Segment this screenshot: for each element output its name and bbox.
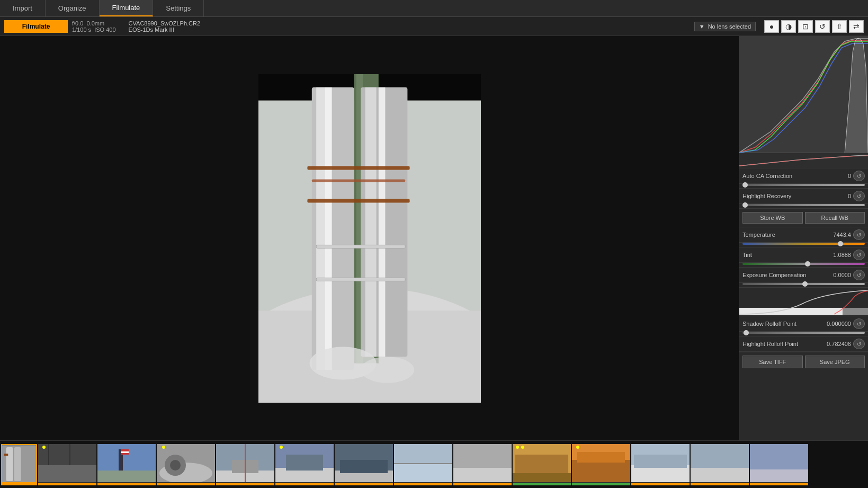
- save-jpeg-button[interactable]: Save JPEG: [805, 356, 865, 368]
- thumb-3-bar: [157, 483, 215, 485]
- highlight-rolloff-reset[interactable]: ↺: [853, 339, 865, 349]
- shadow-rolloff-thumb[interactable]: [744, 330, 749, 335]
- tab-organize[interactable]: Organize: [46, 0, 100, 16]
- shadow-rolloff-slider-row: [739, 332, 868, 336]
- highlight-recovery-slider-row: [739, 204, 868, 209]
- shadow-rolloff-reset[interactable]: ↺: [853, 318, 865, 329]
- svg-rect-9: [365, 87, 376, 356]
- filmstrip-thumb-10[interactable]: [572, 444, 630, 485]
- temperature-value[interactable]: 7443.4: [824, 232, 851, 238]
- temperature-row: Temperature 7443.4 ↺: [739, 227, 868, 243]
- tone-curve-svg: [739, 288, 868, 316]
- svg-rect-58: [513, 473, 571, 482]
- svg-rect-53: [394, 463, 452, 464]
- svg-rect-26: [4, 454, 8, 456]
- thumb-0-svg: [2, 445, 36, 483]
- histogram-canvas: [739, 36, 868, 153]
- highlight-recovery-thumb[interactable]: [742, 202, 748, 208]
- filmstrip-thumb-7[interactable]: [394, 444, 452, 485]
- thumb-13-svg: [750, 444, 808, 482]
- tab-import[interactable]: Import: [0, 0, 46, 16]
- tab-settings[interactable]: Settings: [153, 0, 204, 16]
- tint-value[interactable]: 1.0888: [824, 252, 851, 258]
- tint-slider-row: [739, 263, 868, 268]
- temperature-slider[interactable]: [742, 243, 865, 245]
- temperature-thumb[interactable]: [838, 241, 843, 246]
- svg-point-17: [361, 357, 414, 383]
- auto-ca-reset[interactable]: ↺: [853, 171, 865, 181]
- thumb-5-svg: [275, 444, 334, 482]
- filmulate-button[interactable]: Filmulate: [4, 20, 68, 33]
- exposure-reset[interactable]: ↺: [853, 270, 865, 280]
- filmstrip-thumb-5[interactable]: [275, 444, 334, 485]
- svg-rect-6: [316, 87, 325, 369]
- temperature-reset[interactable]: ↺: [853, 229, 865, 240]
- svg-rect-11: [307, 166, 409, 170]
- svg-rect-36: [121, 453, 129, 455]
- highlight-recovery-slider[interactable]: [742, 204, 865, 206]
- exposure-value[interactable]: 0.0000: [824, 272, 851, 278]
- tint-slider[interactable]: [742, 263, 865, 265]
- tint-label: Tint: [742, 252, 821, 258]
- filmstrip-thumb-13[interactable]: [750, 444, 808, 485]
- filmstrip-thumb-9[interactable]: [513, 444, 571, 485]
- highlight-rolloff-value[interactable]: 0.782406: [824, 341, 851, 347]
- svg-rect-50: [340, 460, 388, 473]
- thumb-1-svg: [38, 444, 96, 482]
- exposure-thumb[interactable]: [802, 281, 808, 287]
- filmstrip-thumb-3[interactable]: [157, 444, 215, 485]
- thumb-3-dot: [162, 446, 165, 449]
- highlight-recovery-value[interactable]: 0: [824, 193, 851, 199]
- filmstrip-thumb-12[interactable]: [691, 444, 749, 485]
- photo-image: [258, 74, 481, 403]
- store-wb-button[interactable]: Store WB: [742, 212, 803, 224]
- highlight-recovery-label: Highlight Recovery: [742, 193, 821, 199]
- auto-ca-value[interactable]: 0: [824, 173, 851, 179]
- filmstrip-thumb-0[interactable]: [1, 444, 37, 485]
- shutter-iso: 1/100 s ISO 400: [72, 26, 116, 33]
- rotate-right-button[interactable]: ⇧: [832, 20, 847, 33]
- svg-rect-28: [38, 465, 96, 482]
- filmstrip-thumb-4[interactable]: [216, 444, 274, 485]
- thumb-10-bar: [572, 483, 630, 485]
- camera-model: EOS-1Ds Mark III: [129, 26, 201, 33]
- thumb-4-bar: [216, 483, 274, 485]
- auto-ca-thumb[interactable]: [742, 182, 748, 188]
- thumb-0-bar: [2, 482, 36, 484]
- highlight-rolloff-label: Highlight Rolloff Point: [742, 341, 821, 347]
- auto-ca-label: Auto CA Correction: [742, 173, 821, 179]
- filmstrip-thumb-11[interactable]: [631, 444, 690, 485]
- svg-rect-57: [515, 455, 568, 476]
- tint-thumb[interactable]: [805, 261, 810, 267]
- thumb-8-svg: [453, 444, 512, 482]
- svg-rect-15: [316, 278, 405, 281]
- auto-ca-slider[interactable]: [742, 184, 865, 186]
- lens-selector[interactable]: ▼ No lens selected: [694, 22, 756, 31]
- recall-wb-button[interactable]: Recall WB: [805, 212, 865, 224]
- highlight-recovery-reset[interactable]: ↺: [853, 191, 865, 201]
- filmstrip-thumb-8[interactable]: [453, 444, 512, 485]
- exposure-label: Exposure Compensation: [742, 272, 821, 278]
- shadow-rolloff-value[interactable]: 0.000000: [824, 321, 851, 327]
- shadow-rolloff-slider[interactable]: [742, 332, 865, 334]
- highlight-recovery-row: Highlight Recovery 0 ↺: [739, 189, 868, 204]
- curve-mini-area[interactable]: [739, 288, 868, 316]
- svg-rect-61: [577, 452, 625, 463]
- filmstrip-thumb-2[interactable]: [97, 444, 156, 485]
- color-tool-button[interactable]: ◑: [781, 20, 796, 33]
- thumb-9-dot2: [521, 446, 524, 449]
- save-tiff-button[interactable]: Save TIFF: [742, 356, 803, 368]
- tab-filmulate[interactable]: Filmulate: [100, 0, 154, 16]
- filmstrip-thumb-1[interactable]: [38, 444, 96, 485]
- toolbar: Filmulate f/0.0 0.0mm 1/100 s ISO 400 CV…: [0, 17, 868, 36]
- svg-rect-66: [691, 468, 749, 482]
- thumb-13-bar: [750, 483, 808, 485]
- tint-reset[interactable]: ↺: [853, 250, 865, 260]
- crop-tool-button[interactable]: ⊡: [798, 20, 813, 33]
- thumb-1-bar: [38, 483, 96, 485]
- exposure-tool-button[interactable]: ●: [764, 20, 779, 33]
- exposure-slider[interactable]: [742, 283, 865, 285]
- filmstrip-thumb-6[interactable]: [335, 444, 393, 485]
- rotate-left-button[interactable]: ↺: [815, 20, 830, 33]
- flip-button[interactable]: ⇄: [849, 20, 864, 33]
